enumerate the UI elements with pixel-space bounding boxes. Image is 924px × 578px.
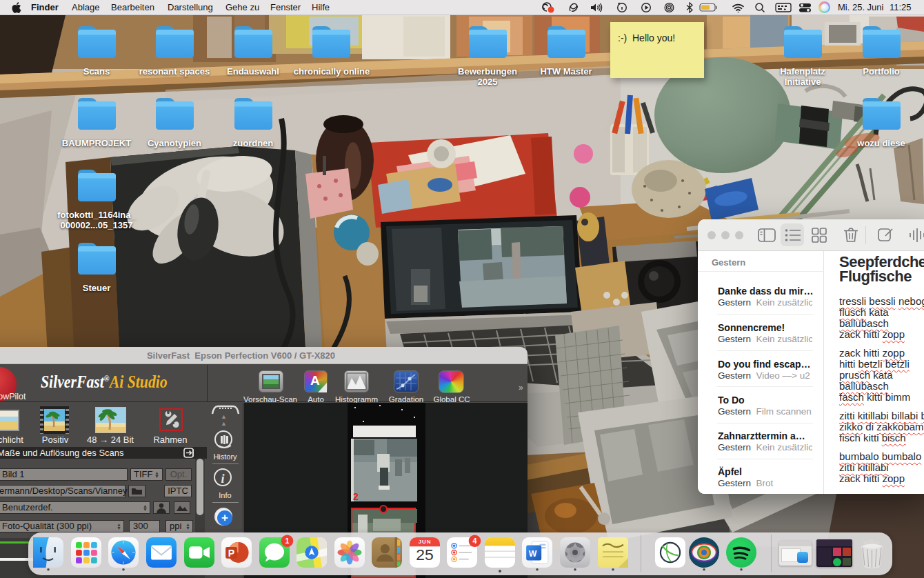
svg-text:W: W [529, 549, 537, 559]
svg-text:P: P [228, 548, 234, 559]
